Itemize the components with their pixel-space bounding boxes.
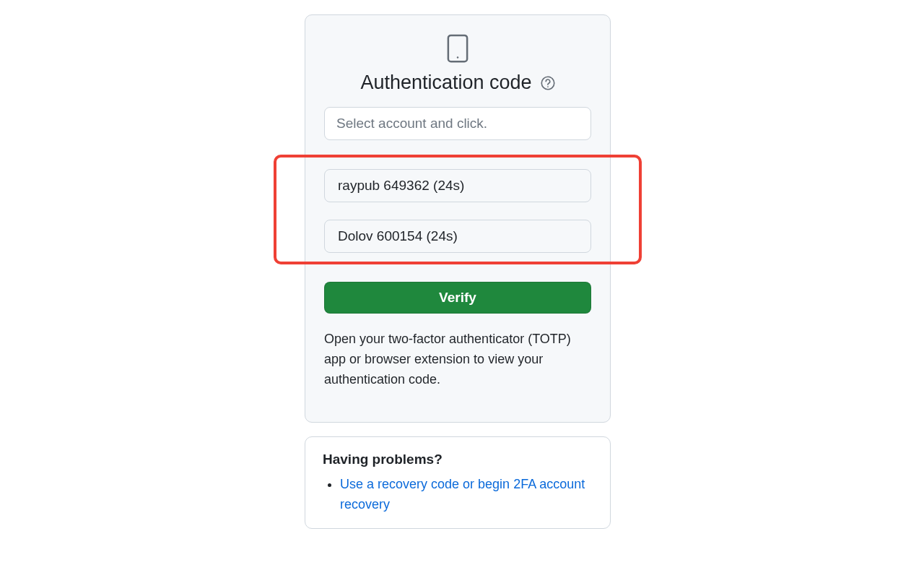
help-icon[interactable] bbox=[541, 76, 555, 90]
auth-title: Authentication code bbox=[360, 72, 531, 94]
auth-hint-text: Open your two-factor authenticator (TOTP… bbox=[324, 329, 591, 390]
svg-point-3 bbox=[547, 86, 549, 87]
problems-panel: Having problems? Use a recovery code or … bbox=[305, 436, 611, 529]
svg-point-2 bbox=[541, 77, 554, 90]
problems-heading: Having problems? bbox=[323, 452, 593, 467]
svg-point-1 bbox=[457, 56, 459, 59]
device-mobile-icon bbox=[447, 34, 468, 63]
recovery-link[interactable]: Use a recovery code or begin 2FA account… bbox=[340, 477, 585, 512]
problems-list-item: Use a recovery code or begin 2FA account… bbox=[340, 475, 593, 515]
auth-panel: Authentication code raypub 649362 (24s) … bbox=[305, 14, 611, 423]
account-option-0[interactable]: raypub 649362 (24s) bbox=[324, 169, 591, 202]
accounts-highlight-box: raypub 649362 (24s) Dolov 600154 (24s) bbox=[274, 155, 642, 264]
account-option-1[interactable]: Dolov 600154 (24s) bbox=[324, 220, 591, 253]
auth-code-input[interactable] bbox=[324, 107, 591, 140]
verify-button[interactable]: Verify bbox=[324, 282, 591, 314]
